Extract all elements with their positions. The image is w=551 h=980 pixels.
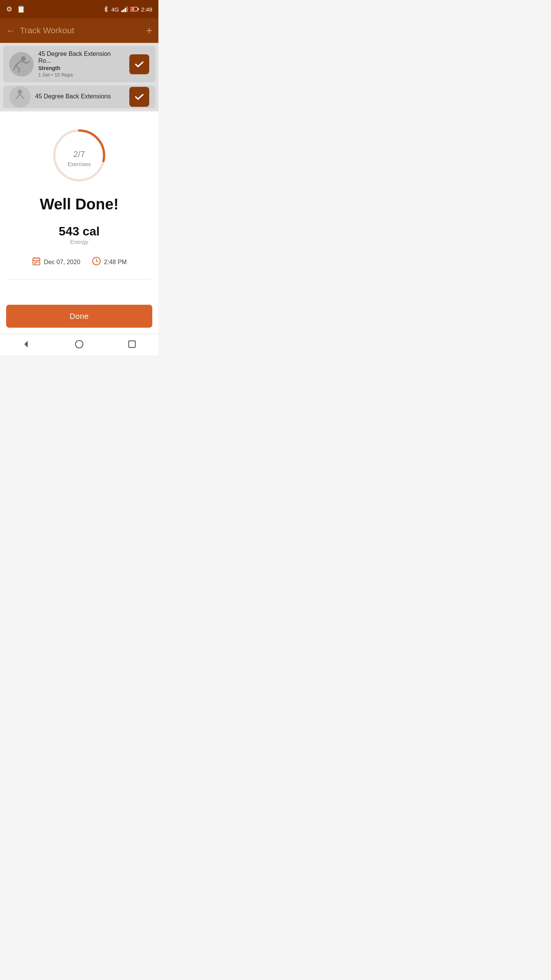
checkmark-icon-1 <box>134 59 145 70</box>
datetime-row: Dec 07, 2020 2:48 PM <box>32 256 127 268</box>
svg-line-18 <box>16 94 20 99</box>
svg-rect-25 <box>36 261 37 263</box>
date-text: Dec 07, 2020 <box>44 259 80 266</box>
progress-label: Exercises <box>68 161 91 167</box>
exercise-image-1 <box>12 55 31 74</box>
svg-rect-3 <box>126 7 128 12</box>
svg-line-14 <box>26 62 29 63</box>
time-item: 2:48 PM <box>92 256 127 268</box>
exercise-list: 45 Degree Back Extension Ro... Strength … <box>0 43 158 111</box>
exercise-info-1: 45 Degree Back Extension Ro... Strength … <box>38 51 125 78</box>
exercise-details-1: 1 Set • 15 Reps <box>38 72 125 78</box>
progress-total: /7 <box>78 149 85 159</box>
divider <box>8 279 151 279</box>
exercise-card-1: 45 Degree Back Extension Ro... Strength … <box>3 46 155 82</box>
svg-line-12 <box>14 65 16 70</box>
calories-label: Energy <box>70 238 88 245</box>
app-bar: ← Track Workout + <box>0 18 158 43</box>
svg-rect-5 <box>138 8 139 10</box>
clock-icon <box>92 256 101 268</box>
signal-label: 4G <box>111 6 119 13</box>
circle-text: 2/7 Exercises <box>68 144 91 167</box>
svg-rect-24 <box>34 261 36 263</box>
calendar-icon <box>32 256 41 268</box>
svg-rect-6 <box>131 8 134 11</box>
svg-rect-1 <box>123 9 124 12</box>
svg-line-13 <box>21 61 26 63</box>
svg-line-15 <box>16 65 20 69</box>
nav-bar <box>0 334 158 355</box>
progress-section: 2/7 Exercises Well Done! 543 cal Energy <box>0 111 158 299</box>
progress-circle: 2/7 Exercises <box>51 127 108 184</box>
check-button-1[interactable] <box>129 54 149 74</box>
time-text: 2:48 PM <box>104 259 127 266</box>
battery-icon <box>130 7 139 12</box>
svg-line-11 <box>16 61 21 65</box>
svg-rect-2 <box>125 8 126 12</box>
exercise-avatar-2 <box>9 86 31 108</box>
home-nav-icon <box>74 339 84 349</box>
page-title: Track Workout <box>20 26 146 36</box>
checkmark-icon-2 <box>134 91 145 102</box>
bluetooth-icon <box>103 6 109 12</box>
time-label: 2:48 <box>141 6 152 13</box>
status-bar: ⚙ 📋 4G 2:48 <box>0 0 158 18</box>
svg-point-10 <box>21 56 26 61</box>
date-item: Dec 07, 2020 <box>32 256 80 268</box>
settings-icon: ⚙ <box>6 5 12 13</box>
svg-point-30 <box>75 340 83 348</box>
exercise-name-1: 45 Degree Back Extension Ro... <box>38 51 125 64</box>
check-button-2[interactable] <box>129 87 149 107</box>
exercise-type-1: Strength <box>38 65 125 71</box>
clipboard-icon: 📋 <box>17 5 25 13</box>
home-nav-button[interactable] <box>74 339 84 349</box>
recents-nav-button[interactable] <box>127 339 137 349</box>
exercise-card-2: 45 Degree Back Extensions <box>3 85 155 108</box>
done-button[interactable]: Done <box>6 305 152 328</box>
exercise-name-2: 45 Degree Back Extensions <box>35 93 125 100</box>
svg-marker-29 <box>24 341 28 347</box>
exercise-avatar-1 <box>9 52 34 77</box>
add-button[interactable]: + <box>146 24 152 37</box>
done-section: Done <box>0 299 158 334</box>
exercise-image-2 <box>10 87 29 106</box>
progress-current: 2 <box>73 149 78 159</box>
svg-rect-26 <box>37 261 39 263</box>
exercise-info-2: 45 Degree Back Extensions <box>35 93 125 101</box>
recents-nav-icon <box>127 339 137 349</box>
svg-rect-27 <box>34 263 36 264</box>
svg-rect-31 <box>129 341 135 347</box>
well-done-text: Well Done! <box>40 196 119 213</box>
svg-point-17 <box>18 90 22 94</box>
back-nav-button[interactable] <box>21 339 31 349</box>
svg-line-16 <box>19 69 20 72</box>
calories-value: 543 cal <box>59 224 100 238</box>
svg-rect-0 <box>121 10 123 12</box>
progress-count: 2/7 <box>68 144 91 160</box>
svg-line-19 <box>20 94 24 99</box>
back-nav-icon <box>21 339 31 349</box>
back-button[interactable]: ← <box>6 25 15 36</box>
signal-icon <box>121 6 128 12</box>
